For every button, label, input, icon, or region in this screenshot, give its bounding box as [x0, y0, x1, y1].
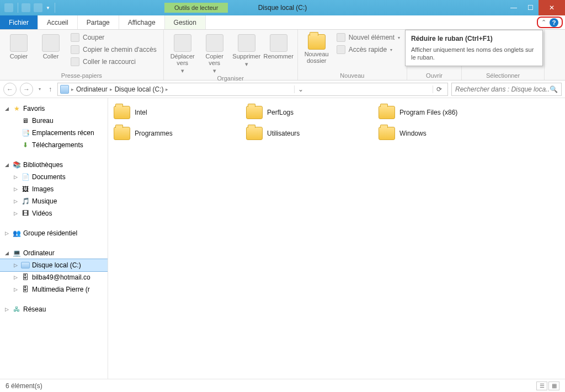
- forward-button[interactable]: →: [20, 83, 33, 96]
- tree-music[interactable]: ▷🎵Musique: [0, 195, 108, 207]
- easy-access-button[interactable]: Accès rapide ▾: [334, 44, 402, 55]
- folder-item[interactable]: Programmes: [113, 126, 239, 141]
- divider: [55, 3, 55, 13]
- group-label-new: Nouveau: [302, 71, 402, 79]
- properties-qat-icon[interactable]: [22, 3, 30, 12]
- recent-icon: 📑: [21, 128, 30, 137]
- copy-path-icon: [71, 45, 79, 54]
- new-item-button[interactable]: Nouvel élément ▾: [334, 32, 402, 43]
- breadcrumb-computer[interactable]: Ordinateur ▸: [76, 85, 113, 93]
- group-label-open: Ouvrir: [412, 71, 457, 79]
- navigation-pane: ◢★Favoris 🖥Bureau 📑Emplacements récen ⬇T…: [0, 98, 108, 379]
- tree-libraries[interactable]: ◢📚Bibliothèques: [0, 159, 108, 171]
- paste-label: Coller: [43, 53, 59, 60]
- ribbon: Copier Coller Couper Copier le chemin d'…: [0, 30, 565, 80]
- back-button[interactable]: ←: [3, 83, 17, 96]
- folder-item[interactable]: Windows: [377, 126, 504, 141]
- search-input[interactable]: [455, 85, 550, 93]
- refresh-button[interactable]: ⟳: [433, 85, 445, 93]
- star-icon: ★: [12, 104, 21, 113]
- tree-homegroup[interactable]: ▷👥Groupe résidentiel: [0, 227, 108, 239]
- copy-button[interactable]: Copier: [4, 32, 33, 60]
- tree-drive-c[interactable]: ▷Disque local (C:): [0, 259, 108, 271]
- ribbon-group-organize: Déplacer vers▾ Copier vers▾ Supprimer▾ R…: [164, 30, 298, 80]
- desktop-icon: 🖥: [21, 116, 30, 125]
- tree-videos[interactable]: ▷🎞Vidéos: [0, 207, 108, 219]
- folder-icon: [246, 106, 263, 119]
- qat-dropdown-icon[interactable]: ▼: [46, 6, 50, 10]
- copy-to-button[interactable]: Copier vers▾: [200, 32, 229, 74]
- tree-multimedia[interactable]: ▷🗄Multimedia Pierre (r: [0, 283, 108, 296]
- tree-account[interactable]: ▷🗄bilba49@hotmail.co: [0, 271, 108, 283]
- collapse-icon[interactable]: ◢: [3, 248, 10, 259]
- collapse-ribbon-button[interactable]: ⌃: [541, 19, 546, 26]
- folder-item[interactable]: Program Files (x86): [377, 105, 504, 120]
- new-folder-qat-icon[interactable]: [34, 3, 42, 12]
- tree-computer[interactable]: ◢💻Ordinateur: [0, 247, 108, 259]
- address-dropdown-icon[interactable]: ⌄: [294, 85, 307, 93]
- rename-button[interactable]: Renommer: [264, 32, 293, 60]
- breadcrumb-drive[interactable]: Disque local (C:) ▸: [115, 85, 169, 93]
- contextual-tab-header: Outils de lecteur: [164, 3, 228, 13]
- delete-button[interactable]: Supprimer▾: [232, 32, 261, 67]
- expand-icon[interactable]: ▷: [12, 260, 19, 271]
- ribbon-group-clipboard: Copier Coller Couper Copier le chemin d'…: [0, 30, 164, 80]
- documents-icon: 📄: [21, 173, 30, 181]
- copy-path-button[interactable]: Copier le chemin d'accès: [68, 44, 159, 55]
- expand-icon[interactable]: ▷: [12, 184, 19, 195]
- expand-icon[interactable]: ▷: [12, 284, 19, 295]
- collapse-icon[interactable]: ◢: [3, 103, 10, 114]
- ribbon-collapse-highlight: ⌃ ?: [537, 17, 563, 28]
- minimize-button[interactable]: —: [505, 0, 522, 15]
- tab-manage[interactable]: Gestion: [165, 15, 206, 29]
- tree-documents[interactable]: ▷📄Documents: [0, 171, 108, 183]
- folder-item[interactable]: PerfLogs: [245, 105, 372, 120]
- window-controls: — ☐ ✕: [505, 0, 565, 15]
- address-bar[interactable]: ▸ Ordinateur ▸ Disque local (C:) ▸ ⌄ ⟳: [57, 83, 448, 96]
- tab-view[interactable]: Affichage: [119, 15, 165, 29]
- new-folder-button[interactable]: Nouveau dossier: [302, 32, 331, 64]
- close-button[interactable]: ✕: [539, 0, 565, 15]
- view-icons-button[interactable]: ▦: [548, 382, 559, 390]
- tab-share[interactable]: Partage: [78, 15, 119, 29]
- help-button[interactable]: ?: [550, 18, 558, 27]
- search-box[interactable]: 🔍: [451, 83, 562, 96]
- tree-desktop[interactable]: 🖥Bureau: [0, 115, 108, 127]
- libraries-icon: 📚: [12, 160, 21, 169]
- app-icon[interactable]: [4, 3, 13, 12]
- tab-home[interactable]: Accueil: [38, 15, 78, 29]
- network-icon: 🖧: [12, 305, 21, 314]
- title-bar: ▼ Outils de lecteur Disque local (C:) — …: [0, 0, 565, 15]
- tree-recent[interactable]: 📑Emplacements récen: [0, 127, 108, 139]
- expand-icon[interactable]: ▷: [12, 272, 19, 283]
- tree-favorites[interactable]: ◢★Favoris: [0, 103, 108, 115]
- folder-item[interactable]: Utilisateurs: [245, 126, 372, 141]
- cut-button[interactable]: Couper: [68, 32, 159, 43]
- view-details-button[interactable]: ☰: [536, 382, 547, 390]
- collapse-icon[interactable]: ◢: [3, 159, 10, 170]
- expand-icon[interactable]: ▷: [12, 171, 19, 182]
- item-count: 6 élément(s): [6, 382, 42, 390]
- new-item-icon: [337, 33, 345, 42]
- tree-downloads[interactable]: ⬇Téléchargements: [0, 139, 108, 151]
- folder-item[interactable]: Intel: [113, 105, 239, 120]
- history-dropdown-icon[interactable]: ▾: [36, 87, 43, 92]
- maximize-button[interactable]: ☐: [522, 0, 539, 15]
- expand-icon[interactable]: ▷: [12, 196, 19, 207]
- tree-network[interactable]: ▷🖧Réseau: [0, 303, 108, 315]
- breadcrumb-root[interactable]: ▸: [71, 87, 74, 92]
- paste-shortcut-button[interactable]: Coller le raccourci: [68, 56, 159, 67]
- tree-images[interactable]: ▷🖼Images: [0, 183, 108, 195]
- search-icon[interactable]: 🔍: [550, 85, 558, 93]
- move-to-button[interactable]: Déplacer vers▾: [168, 32, 197, 74]
- expand-icon[interactable]: ▷: [3, 304, 10, 315]
- up-button[interactable]: ↑: [46, 85, 54, 93]
- paste-button[interactable]: Coller: [36, 32, 65, 60]
- expand-icon[interactable]: ▷: [12, 208, 19, 219]
- expand-icon[interactable]: ▷: [3, 228, 10, 239]
- divider: [18, 3, 18, 13]
- chevron-down-icon: ▾: [390, 47, 392, 52]
- tab-file[interactable]: Fichier: [0, 15, 38, 29]
- chevron-down-icon: ▾: [245, 61, 248, 67]
- ribbon-group-new: Nouveau dossier Nouvel élément ▾ Accès r…: [298, 30, 407, 80]
